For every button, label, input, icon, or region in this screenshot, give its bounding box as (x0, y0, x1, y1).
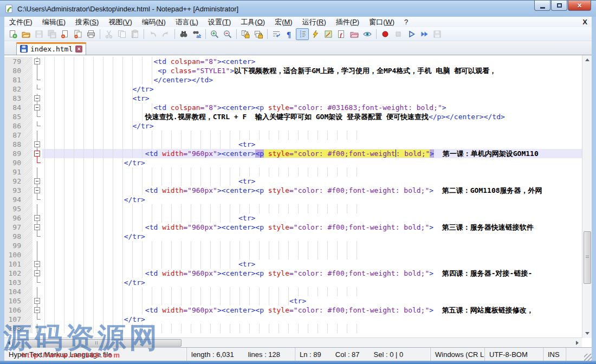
toolbar-redo-button[interactable] (159, 28, 172, 40)
horizontal-scrollbar[interactable] (4, 337, 582, 347)
toolbar-close-file-button[interactable] (59, 28, 72, 40)
status-insert-mode[interactable]: INS (543, 348, 566, 361)
fold-margin[interactable] (33, 269, 42, 278)
toolbar-macro-record-button[interactable] (379, 28, 392, 40)
bookmark-margin[interactable] (24, 324, 33, 333)
bookmark-margin[interactable] (24, 287, 33, 296)
toolbar-replace-button[interactable]: ab (190, 28, 203, 40)
horizontal-scroll-thumb[interactable] (12, 339, 182, 347)
menu-item-W[interactable]: 窗口(W) (364, 17, 399, 28)
fold-collapse-icon[interactable] (34, 178, 40, 184)
fold-collapse-icon[interactable] (34, 141, 40, 147)
toolbar-new-file-button[interactable] (7, 28, 20, 40)
bookmark-margin[interactable] (24, 259, 33, 269)
code-pane[interactable]: <td colspan="8"><center> <p class="STYLE… (42, 55, 582, 338)
toolbar-macro-save-button[interactable] (431, 28, 444, 40)
fold-collapse-icon[interactable] (34, 270, 40, 276)
code-line[interactable] (42, 204, 582, 213)
menu-item-T[interactable]: 设置(T) (203, 17, 236, 28)
toolbar-close-all-button[interactable] (72, 28, 85, 40)
toolbar-show-all-characters-button[interactable]: ¶ (283, 28, 296, 40)
fold-margin[interactable] (33, 223, 42, 232)
fold-collapse-icon[interactable] (34, 58, 40, 64)
bookmark-margin[interactable] (24, 269, 33, 278)
scroll-up-button[interactable] (582, 55, 592, 64)
bookmark-margin[interactable] (24, 241, 33, 250)
bookmark-margin[interactable] (24, 75, 33, 84)
fold-collapse-icon[interactable] (34, 298, 40, 304)
menu-item-R[interactable]: 运行(R) (297, 17, 331, 28)
code-line[interactable] (42, 250, 582, 259)
bookmark-margin[interactable] (24, 232, 33, 241)
fold-margin[interactable] (33, 103, 42, 112)
fold-margin[interactable] (33, 259, 42, 269)
bookmark-margin[interactable] (24, 223, 33, 232)
code-line[interactable]: <td width="960px"><center><p style="colo… (42, 269, 582, 278)
code-line[interactable] (42, 287, 582, 296)
code-line[interactable]: <td width="960px"><center><p style="colo… (42, 306, 582, 315)
fold-margin[interactable] (33, 296, 42, 306)
bookmark-margin[interactable] (24, 204, 33, 213)
code-line[interactable]: </tr> (42, 232, 582, 241)
menu-item-N[interactable]: 编码(N) (137, 17, 171, 28)
toolbar-function-completion-button[interactable] (309, 28, 322, 40)
code-line[interactable]: <td width="960px"><center><p style="colo… (42, 223, 582, 232)
menu-item-V[interactable]: 视图(V) (103, 17, 137, 28)
code-line[interactable]: 快速查找.视屏教程，CTRL + F 输入关键字即可如 GOM架设 登录器配置 … (42, 112, 582, 121)
code-line[interactable]: <tr> (42, 296, 582, 306)
code-line[interactable]: </center></td> (42, 75, 582, 84)
fold-margin[interactable] (33, 186, 42, 195)
tab-index-html[interactable]: index.html × (16, 42, 86, 55)
bookmark-margin[interactable] (24, 57, 33, 66)
menu-item-P[interactable]: 插件(P) (331, 17, 364, 28)
code-line[interactable]: <td colspan="8"><center><p style="color:… (42, 103, 582, 112)
toolbar-macro-play-button[interactable] (405, 28, 418, 40)
tab-close-icon[interactable]: × (75, 46, 82, 53)
bookmark-margin[interactable] (24, 149, 33, 158)
fold-collapse-icon[interactable] (34, 95, 40, 101)
toolbar-save-all-button[interactable] (46, 28, 59, 40)
code-line[interactable]: </tr> (42, 278, 582, 287)
code-line[interactable]: <tr> (42, 213, 582, 223)
toolbar-zoom-in-button[interactable] (208, 28, 221, 40)
code-line[interactable]: <tr> (42, 94, 582, 103)
fold-margin[interactable] (33, 94, 42, 103)
toolbar-copy-button[interactable] (115, 28, 128, 40)
fold-margin[interactable] (33, 177, 42, 186)
vertical-scroll-thumb[interactable] (584, 231, 591, 284)
toolbar-open-file-button[interactable] (20, 28, 33, 40)
menu-item-S[interactable]: 搜索(S) (70, 17, 103, 28)
bookmark-margin[interactable] (24, 66, 33, 75)
code-line[interactable]: </tr> (42, 195, 582, 204)
fold-collapse-icon[interactable] (34, 224, 40, 230)
bookmark-margin[interactable] (24, 306, 33, 315)
toolbar-function-list-button[interactable]: f (335, 28, 348, 40)
menu-item-help[interactable]: ? (399, 17, 413, 27)
toolbar-macro-run-multiple-button[interactable] (418, 28, 431, 40)
minimize-button[interactable] (534, 1, 550, 11)
code-line[interactable] (42, 167, 582, 177)
code-line[interactable] (42, 324, 582, 333)
status-encoding[interactable]: UTF-8-BOM (485, 348, 543, 361)
status-eol-format[interactable]: Windows (CR LF) (431, 348, 485, 361)
toolbar-print-button[interactable] (85, 28, 98, 40)
fold-collapse-icon[interactable] (34, 307, 40, 313)
code-line-current[interactable]: <td width="960px"><center><p style="colo… (42, 149, 582, 158)
fold-margin[interactable] (33, 306, 42, 315)
code-line[interactable]: <tr> (42, 177, 582, 186)
toolbar-cut-button[interactable] (102, 28, 115, 40)
bookmark-margin[interactable] (24, 140, 33, 149)
bookmark-margin[interactable] (24, 121, 33, 131)
fold-marker-active[interactable] (33, 149, 42, 158)
fold-collapse-icon[interactable] (34, 105, 40, 110)
code-line[interactable]: <td colspan="8"><center> (42, 57, 582, 66)
toolbar-folder-as-workspace-button[interactable] (348, 28, 361, 40)
bookmark-margin[interactable] (24, 84, 33, 94)
scroll-down-button[interactable] (582, 329, 592, 338)
code-line[interactable]: </tr> (42, 121, 582, 131)
bookmark-margin[interactable] (24, 213, 33, 223)
code-line[interactable]: <tr> (42, 140, 582, 149)
toolbar-indent-guide-button[interactable] (296, 28, 309, 40)
bookmark-margin[interactable] (24, 103, 33, 112)
toolbar-sync-vertical-button[interactable] (239, 28, 252, 40)
